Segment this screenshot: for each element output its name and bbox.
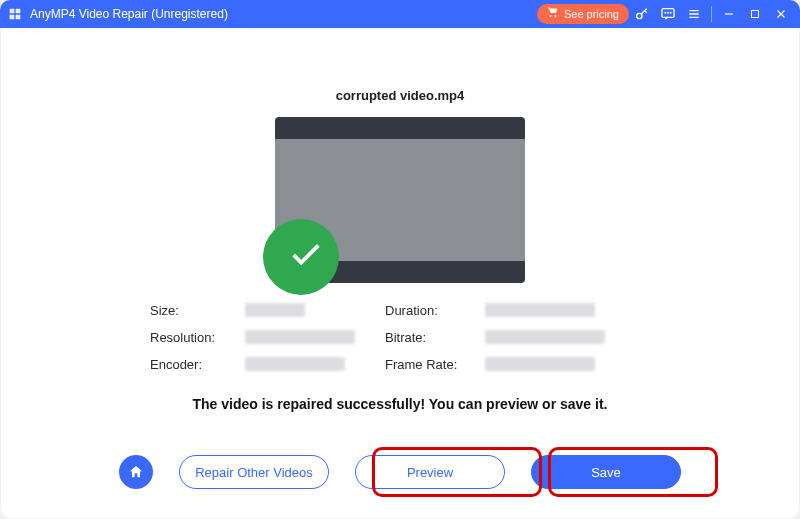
see-pricing-label: See pricing — [564, 4, 619, 24]
success-check-icon — [263, 219, 339, 295]
preview-button[interactable]: Preview — [355, 455, 505, 489]
meta-resolution-value — [245, 330, 385, 347]
titlebar-divider — [711, 6, 712, 22]
save-label: Save — [591, 465, 621, 480]
meta-bitrate-value — [485, 330, 625, 347]
meta-duration-value — [485, 303, 625, 320]
meta-resolution-label: Resolution: — [150, 330, 245, 347]
close-button[interactable] — [768, 0, 794, 28]
meta-bitrate-label: Bitrate: — [385, 330, 485, 347]
success-message: The video is repaired successfully! You … — [16, 396, 784, 412]
meta-size-label: Size: — [150, 303, 245, 320]
meta-framerate-label: Frame Rate: — [385, 357, 485, 374]
app-title: AnyMP4 Video Repair (Unregistered) — [30, 7, 228, 21]
app-logo-icon — [6, 5, 24, 23]
repair-other-videos-button[interactable]: Repair Other Videos — [179, 455, 329, 489]
video-metadata: Size: Duration: Resolution: Bitrate: Enc… — [150, 303, 650, 374]
meta-encoder-value — [245, 357, 385, 374]
svg-point-2 — [665, 12, 666, 13]
titlebar: AnyMP4 Video Repair (Unregistered) See p… — [0, 0, 800, 28]
video-thumbnail — [275, 117, 525, 283]
see-pricing-button[interactable]: See pricing — [537, 4, 629, 24]
content-area: corrupted video.mp4 Size: Duration: Reso… — [16, 36, 784, 503]
svg-point-0 — [637, 13, 642, 18]
key-icon[interactable] — [629, 0, 655, 28]
file-name: corrupted video.mp4 — [16, 88, 784, 103]
action-bar: Repair Other Videos Preview Save — [16, 455, 784, 489]
feedback-icon[interactable] — [655, 0, 681, 28]
cart-icon — [547, 4, 559, 24]
save-button[interactable]: Save — [531, 455, 681, 489]
meta-duration-label: Duration: — [385, 303, 485, 320]
svg-point-3 — [668, 12, 669, 13]
meta-size-value — [245, 303, 385, 320]
menu-icon[interactable] — [681, 0, 707, 28]
svg-point-4 — [670, 12, 671, 13]
preview-label: Preview — [407, 465, 453, 480]
repair-other-label: Repair Other Videos — [195, 465, 313, 480]
app-window: AnyMP4 Video Repair (Unregistered) See p… — [0, 0, 800, 519]
svg-rect-5 — [752, 11, 759, 18]
home-button[interactable] — [119, 455, 153, 489]
meta-framerate-value — [485, 357, 625, 374]
minimize-button[interactable] — [716, 0, 742, 28]
meta-encoder-label: Encoder: — [150, 357, 245, 374]
maximize-button[interactable] — [742, 0, 768, 28]
